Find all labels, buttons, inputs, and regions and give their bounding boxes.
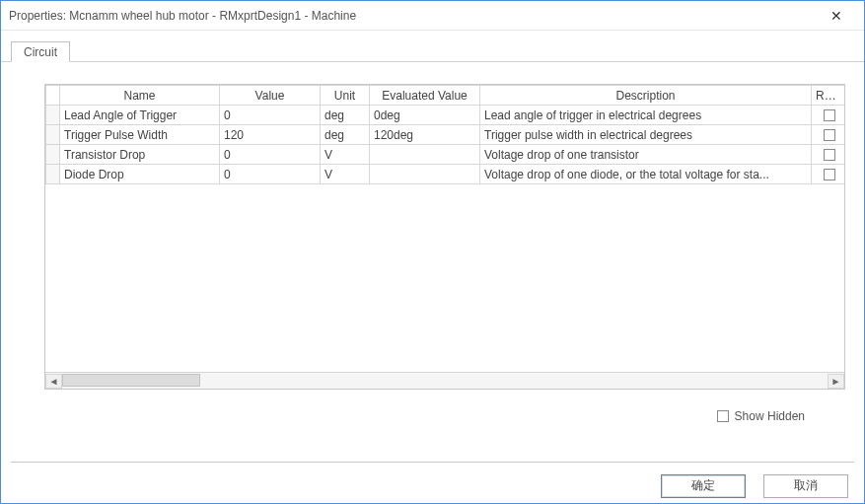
tab-label: Circuit: [24, 45, 57, 59]
cell-unit[interactable]: deg: [321, 106, 370, 125]
window-title: Properties: Mcnamm wheel hub motor - RMx…: [9, 9, 356, 23]
cell-description: Lead angle of trigger in electrical degr…: [480, 106, 812, 125]
cell-evaluated: [370, 165, 480, 184]
close-icon: ✕: [830, 8, 842, 24]
show-hidden-checkbox[interactable]: [717, 410, 729, 422]
cancel-button[interactable]: 取消: [763, 474, 848, 498]
grid-header-row: Name Value Unit Evaluated Value Descript…: [46, 86, 845, 106]
scroll-thumb[interactable]: [62, 374, 200, 387]
scroll-track[interactable]: [62, 374, 828, 389]
cell-evaluated: 120deg: [370, 125, 480, 145]
cell-evaluated: [370, 145, 480, 165]
property-grid: Name Value Unit Evaluated Value Descript…: [44, 84, 845, 390]
row-handle[interactable]: [46, 145, 60, 165]
row-handle[interactable]: [46, 125, 60, 145]
chevron-left-icon: ◄: [49, 376, 59, 387]
horizontal-scrollbar[interactable]: ◄ ►: [45, 372, 844, 389]
read-checkbox[interactable]: [824, 109, 835, 121]
show-hidden-label: Show Hidden: [735, 409, 805, 423]
ok-button-label: 确定: [691, 477, 715, 494]
read-checkbox[interactable]: [824, 149, 835, 161]
cell-read[interactable]: [812, 165, 845, 184]
cell-read[interactable]: [812, 125, 845, 145]
header-read[interactable]: Read: [812, 86, 845, 106]
cell-name: Diode Drop: [60, 165, 220, 184]
cancel-button-label: 取消: [794, 477, 818, 494]
dialog-footer: 确定 取消: [11, 462, 854, 503]
scroll-left-button[interactable]: ◄: [45, 374, 62, 389]
row-handle[interactable]: [46, 165, 60, 184]
cell-name: Trigger Pulse Width: [60, 125, 220, 145]
cell-name: Lead Angle of Trigger: [60, 106, 220, 125]
cell-description: Voltage drop of one transistor: [480, 145, 812, 165]
cell-description: Voltage drop of one diode, or the total …: [480, 165, 812, 184]
cell-unit[interactable]: V: [321, 145, 370, 165]
cell-read[interactable]: [812, 145, 845, 165]
grid-viewport: Name Value Unit Evaluated Value Descript…: [45, 85, 844, 372]
cell-value[interactable]: 0: [220, 106, 321, 125]
header-handle: [46, 86, 60, 106]
header-description[interactable]: Description: [480, 86, 812, 106]
cell-value[interactable]: 0: [220, 145, 321, 165]
scroll-right-button[interactable]: ►: [828, 374, 844, 389]
close-button[interactable]: ✕: [817, 2, 856, 30]
read-checkbox[interactable]: [824, 129, 835, 141]
row-handle[interactable]: [46, 106, 60, 125]
tab-strip: Circuit: [1, 31, 864, 62]
read-checkbox[interactable]: [824, 169, 835, 180]
tab-circuit[interactable]: Circuit: [11, 41, 70, 62]
properties-dialog: Properties: Mcnamm wheel hub motor - RMx…: [0, 0, 865, 504]
cell-unit[interactable]: deg: [321, 125, 370, 145]
grid-table: Name Value Unit Evaluated Value Descript…: [45, 85, 844, 184]
cell-read[interactable]: [812, 106, 845, 125]
cell-value[interactable]: 0: [220, 165, 321, 184]
cell-name: Transistor Drop: [60, 145, 220, 165]
header-value[interactable]: Value: [220, 86, 321, 106]
table-row[interactable]: Transistor Drop0VVoltage drop of one tra…: [46, 145, 845, 165]
header-evaluated[interactable]: Evaluated Value: [370, 86, 480, 106]
content-area: Name Value Unit Evaluated Value Descript…: [1, 62, 864, 452]
cell-unit[interactable]: V: [321, 165, 370, 184]
table-row[interactable]: Diode Drop0VVoltage drop of one diode, o…: [46, 165, 845, 184]
cell-evaluated: 0deg: [370, 106, 480, 125]
ok-button[interactable]: 确定: [661, 474, 746, 498]
cell-value[interactable]: 120: [220, 125, 321, 145]
show-hidden-row: Show Hidden: [44, 390, 854, 423]
header-name[interactable]: Name: [60, 86, 220, 106]
table-row[interactable]: Trigger Pulse Width120deg120degTrigger p…: [46, 125, 845, 145]
cell-description: Trigger pulse width in electrical degree…: [480, 125, 812, 145]
table-row[interactable]: Lead Angle of Trigger0deg0degLead angle …: [46, 106, 845, 125]
chevron-right-icon: ►: [831, 376, 841, 387]
titlebar: Properties: Mcnamm wheel hub motor - RMx…: [1, 1, 864, 31]
header-unit[interactable]: Unit: [321, 86, 370, 106]
